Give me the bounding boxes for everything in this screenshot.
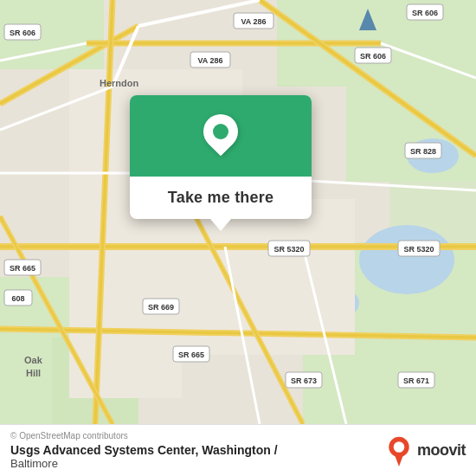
svg-marker-73 [395, 453, 404, 466]
svg-text:SR 606: SR 606 [360, 52, 386, 61]
svg-text:Herndon: Herndon [100, 78, 139, 88]
svg-point-72 [394, 441, 405, 453]
svg-text:SR 665: SR 665 [10, 264, 35, 273]
svg-text:SR 828: SR 828 [410, 147, 436, 156]
svg-text:SR 5320: SR 5320 [403, 245, 434, 254]
svg-text:Hill: Hill [26, 368, 41, 378]
popup-header [130, 95, 312, 177]
location-subtitle: Baltimore [10, 457, 278, 470]
location-info: © OpenStreetMap contributors Usgs Advanc… [10, 431, 278, 470]
bottom-info-bar: © OpenStreetMap contributors Usgs Advanc… [0, 424, 476, 476]
svg-rect-3 [346, 78, 476, 182]
svg-text:SR 606: SR 606 [10, 29, 35, 37]
svg-text:SR 669: SR 669 [148, 303, 174, 312]
svg-text:VA 286: VA 286 [197, 56, 222, 65]
svg-text:SR 606: SR 606 [412, 9, 438, 17]
location-pin-icon [202, 114, 240, 161]
moovit-logo: moovit [386, 435, 466, 466]
svg-point-8 [359, 225, 454, 294]
svg-text:Oak: Oak [24, 355, 43, 365]
svg-text:VA 286: VA 286 [241, 17, 266, 26]
map-container: SR 606 SR 606 SR 606 VA 286 VA 286 SR 82… [0, 0, 476, 424]
moovit-brand-text: moovit [417, 441, 466, 460]
location-title: Usgs Advanced Systems Center, Washington… [10, 443, 278, 457]
moovit-pin-icon [386, 435, 412, 466]
svg-text:SR 671: SR 671 [403, 376, 429, 385]
svg-text:SR 5320: SR 5320 [273, 245, 304, 254]
copyright-text: © OpenStreetMap contributors [10, 431, 278, 441]
popup-action[interactable]: Take me there [130, 177, 312, 219]
svg-text:SR 665: SR 665 [178, 351, 204, 359]
svg-text:SR 673: SR 673 [291, 376, 317, 385]
svg-text:608: 608 [11, 294, 24, 303]
take-me-there-button[interactable]: Take me there [168, 189, 273, 207]
location-popup: Take me there [130, 95, 312, 219]
